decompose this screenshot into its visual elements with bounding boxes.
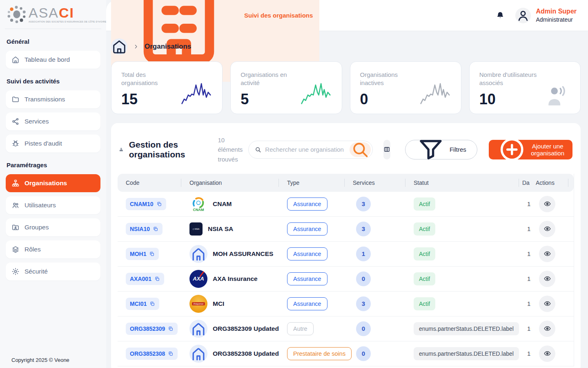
filters-button[interactable]: Filtres — [405, 140, 477, 159]
copy-icon[interactable] — [168, 351, 174, 357]
eye-icon — [543, 325, 551, 332]
eye-icon — [543, 225, 551, 233]
sparkline — [419, 81, 451, 106]
asaci-logo-mark — [7, 5, 27, 24]
user-role: Administrateur — [536, 16, 577, 23]
search-input[interactable] — [265, 146, 346, 153]
date-cell-clipped: 18 — [527, 200, 531, 207]
copy-icon[interactable] — [149, 301, 155, 307]
sidebar-section-heading: Général — [7, 38, 100, 45]
sidebar-nav: GénéralTableau de bordSuivi des activité… — [6, 38, 100, 280]
columns-icon — [383, 146, 390, 153]
users-icon — [11, 201, 20, 209]
services-count-badge: 0 — [356, 272, 371, 286]
stat-value: 0 — [360, 91, 419, 108]
copy-icon[interactable] — [149, 251, 155, 257]
layers-icon — [11, 245, 20, 254]
sidebar-item-transmissions[interactable]: Transmissions — [6, 90, 100, 108]
org-code-badge[interactable]: MCI01 — [126, 298, 159, 310]
brand-tagline: ASSOCIATION DES SOCIETES D'ASSURANCES DE… — [29, 20, 106, 23]
sidebar-item-utilisateurs[interactable]: Utilisateurs — [6, 196, 100, 214]
table-row: ORG3852308ORG3852308 UpdatedPrestataire … — [118, 341, 574, 366]
sidebar-item-s-curit-[interactable]: Sécurité — [6, 263, 100, 280]
org-code-badge[interactable]: MOH1 — [126, 248, 159, 260]
org-logo-axa: AXA — [189, 270, 207, 288]
sidebar-item-tableau-de-bord[interactable]: Tableau de bord — [6, 51, 100, 69]
sidebar-item-label: Rôles — [24, 246, 41, 253]
asaci-logo: ASACI ASSOCIATION DES SOCIETES D'ASSURAN… — [7, 5, 106, 24]
user-block[interactable]: Admin Super Administrateur — [536, 7, 577, 23]
breadcrumb-home-button[interactable] — [111, 38, 127, 55]
org-code-badge[interactable]: NSIA10 — [126, 223, 163, 235]
search-icon — [254, 146, 262, 153]
status-badge: Actif — [414, 297, 435, 310]
view-details-button[interactable] — [539, 321, 555, 337]
status-badge: Actif — [414, 197, 435, 211]
date-cell-clipped: 16 — [527, 300, 531, 307]
organisations-card: Gestion des organisations 10 éléments tr… — [111, 123, 581, 368]
org-logo-building-icon — [189, 345, 207, 363]
table-row: MOH1MOH ASSURANCESAssurance1Actif18 — [118, 242, 574, 267]
search-submit-button[interactable] — [350, 142, 371, 157]
org-code-badge[interactable]: ORG3852309 — [126, 323, 178, 335]
stat-label: Organisations inactives — [360, 71, 419, 88]
status-badge: enums.partnerStatus.DELETED.label — [414, 322, 519, 335]
stat-card-1: Organisations en activité5 — [230, 61, 342, 114]
sidebar-item-label: Services — [24, 118, 49, 125]
copy-icon[interactable] — [168, 326, 174, 332]
copy-icon[interactable] — [153, 226, 158, 232]
stat-value: 10 — [479, 91, 541, 108]
services-count-badge: 0 — [356, 346, 371, 361]
view-details-button[interactable] — [539, 296, 555, 312]
sidebar-item-organisations[interactable]: Organisations — [6, 174, 100, 192]
table-row: NSIA10◇ NSIANSIA SAAssurance3Actif18 — [118, 217, 574, 242]
view-details-button[interactable] — [539, 196, 555, 212]
date-cell-clipped: 18 — [527, 250, 531, 257]
notifications-bell-icon[interactable] — [496, 11, 505, 20]
status-badge: Actif — [414, 222, 435, 236]
org-code-badge[interactable]: CNAM10 — [126, 198, 166, 210]
sidebar-item-label: Sécurité — [24, 268, 48, 275]
avatar[interactable] — [515, 8, 531, 23]
svg-text:CNAM: CNAM — [193, 208, 204, 212]
org-name: NSIA SA — [208, 225, 233, 233]
services-count-badge: 1 — [356, 247, 371, 261]
view-details-button[interactable] — [539, 346, 555, 362]
card-title: Gestion des organisations — [129, 140, 185, 159]
copy-icon[interactable] — [154, 276, 160, 282]
sidebar-item-label: Groupes — [24, 224, 49, 231]
results-count: 10 éléments trouvés — [218, 135, 243, 164]
copy-icon[interactable] — [156, 201, 162, 207]
search-box — [248, 141, 373, 159]
table-header-row: CodeOrganisationTypeServicesStatutDaActi… — [118, 174, 574, 192]
stat-label: Total des organisations — [121, 71, 180, 88]
folder-user-icon — [11, 223, 20, 231]
type-badge: Autre — [287, 322, 314, 335]
view-details-button[interactable] — [539, 246, 555, 262]
org-code-badge[interactable]: AXA001 — [126, 273, 164, 285]
org-name: CNAM — [213, 200, 232, 208]
org-name: MOH ASSURANCES — [213, 250, 273, 258]
share-icon — [11, 117, 20, 126]
column-header-da: Da — [519, 174, 531, 192]
sidebar-item-r-les[interactable]: Rôles — [6, 240, 100, 258]
date-cell-clipped: 18 — [527, 275, 531, 282]
sidebar-item-services[interactable]: Services — [6, 112, 100, 130]
org-code-badge[interactable]: ORG3852308 — [126, 348, 178, 360]
table-row: MCI01FréquenceMCIAssurance3Actif16 — [118, 292, 574, 316]
columns-toggle-button[interactable] — [383, 140, 390, 159]
sparkline — [180, 81, 212, 106]
breadcrumb: Organisations — [111, 38, 581, 55]
sidebar-item-groupes[interactable]: Groupes — [6, 218, 100, 236]
sidebar-section-heading: Paramétrages — [7, 162, 100, 168]
sidebar-item-label: Tableau de bord — [24, 56, 70, 63]
sidebar-item-pistes-d-audit[interactable]: Pistes d'audit — [6, 135, 100, 153]
topbar: Suivi des organisations Admin Super Admi… — [106, 0, 588, 31]
view-details-button[interactable] — [539, 221, 555, 237]
organisations-table: CodeOrganisationTypeServicesStatutDaActi… — [118, 174, 574, 366]
column-header-organisation: Organisation — [181, 174, 279, 192]
org-name: AXA Insurance — [213, 275, 258, 283]
view-details-button[interactable] — [539, 271, 555, 287]
add-organisation-button[interactable]: Ajouter une organisation — [489, 140, 572, 159]
sidebar: ASACI ASSOCIATION DES SOCIETES D'ASSURAN… — [0, 0, 106, 368]
